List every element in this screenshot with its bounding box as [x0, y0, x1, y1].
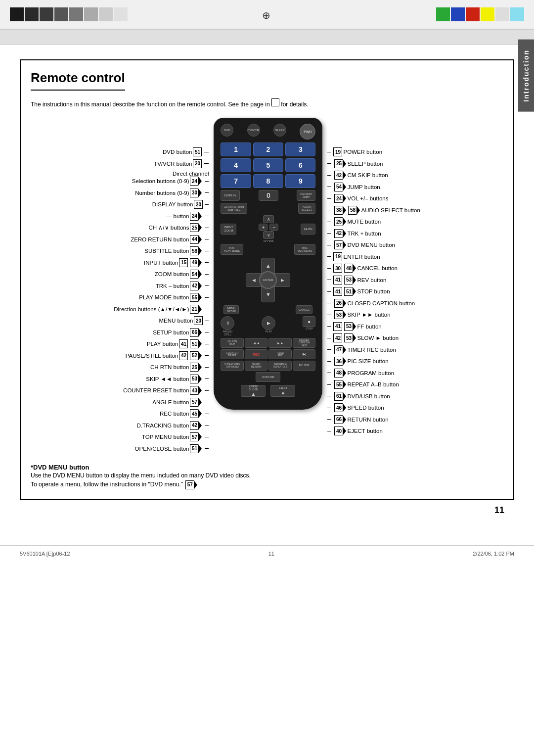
eject-button[interactable]: EJECT ▲	[270, 385, 295, 397]
color-block-green	[436, 7, 450, 21]
label-direction-buttons: Direction buttons (▲/▼/◄/►) 21	[114, 305, 209, 314]
menu-setup-button[interactable]: MENUSETUP	[223, 305, 238, 314]
label-ch-rtn: CH RTN button 25	[114, 363, 209, 372]
closed-caption-skip-button[interactable]: CLOSEDCAPTIONSKIP	[293, 338, 316, 348]
dvd-usb-button[interactable]: DVD/USB	[256, 372, 280, 382]
label-repeat-ab: 55 REPEAT A–B button	[327, 380, 420, 389]
num-1-button[interactable]: 1	[221, 142, 251, 156]
trk-plus-button[interactable]: TRK+DVD MENU	[294, 244, 315, 255]
d-tracking-button[interactable]: D.TRACKINGTOP MENU	[221, 361, 244, 371]
dvd-note-text: Use the DVD MENU button to display the m…	[31, 471, 503, 489]
label-display-button: DISPLAY button 20	[114, 200, 209, 209]
label-tvcr-button: TV/VCR button 20	[114, 159, 209, 168]
label-menu: MENU button 20	[114, 316, 209, 325]
left-labels: DVD button 51 TV/VCR button 20 Direct ch…	[114, 118, 214, 456]
dvd-button[interactable]: DVD	[221, 124, 233, 137]
input-button[interactable]: INPUTZOOM	[221, 224, 236, 235]
label-timer-rec: 47 TIMER REC button	[327, 345, 420, 354]
label-trk-minus: TRK – button 42	[114, 282, 209, 290]
number-grid: 1 2 3 4 5 6 7 8 9	[219, 142, 317, 188]
num-8-button[interactable]: 8	[253, 174, 283, 188]
slow-button[interactable]: ▶|	[293, 349, 316, 359]
label-play: PLAY button 41 51	[114, 339, 209, 348]
num-2-button[interactable]: 2	[253, 142, 283, 156]
dvd-note: *DVD MENU button Use the DVD MENU button…	[31, 464, 503, 489]
footer-center: 11	[268, 551, 274, 557]
color-block-gray5	[114, 7, 128, 21]
play-button[interactable]: ▶	[262, 316, 275, 330]
dvd-usb-row: DVD/USB	[219, 372, 317, 382]
num-5-button[interactable]: 5	[253, 158, 283, 172]
rec-button[interactable]: REC	[245, 349, 268, 359]
zero-return-button[interactable]: ZERO RETURNSUBTITLE	[221, 203, 247, 214]
program-repeat-button[interactable]: PROGRAMREPEAT A-B	[268, 361, 292, 371]
num-3-button[interactable]: 3	[285, 142, 315, 156]
crosshair-icon: ⊕	[262, 9, 272, 19]
color-block-gray2	[69, 7, 83, 21]
label-trk-plus: 42 TRK + button	[327, 229, 420, 238]
label-sleep-button: 25 SLEEP button	[327, 159, 420, 168]
speed-return-button[interactable]: SPEEDRETURN	[245, 361, 268, 371]
label-top-menu: TOP MENU button 57	[114, 432, 209, 441]
transport-row: CH RTNSKIP ◄◄ ►► CLOSEDCAPTIONSKIP	[219, 338, 317, 348]
label-skip-back: SKIP ◄◄ button 53	[114, 375, 209, 383]
cancel-button[interactable]: CANCEL	[296, 305, 312, 314]
vol-row: + −	[259, 224, 278, 231]
stop-button[interactable]: ■	[303, 316, 315, 327]
label-play-mode: PLAY MODE button 55	[114, 293, 209, 302]
cm-skip-jump-button[interactable]: CM SKIP/JUMP	[297, 190, 315, 201]
remote-body: DVD TV/VCR SLEEP PWR 1 2 3 4 5 6 7	[214, 118, 322, 410]
label-setup: SETUP button 66	[114, 328, 209, 337]
label-audio-select: 38 58 AUDIO SELECT button	[327, 206, 420, 215]
play-label: PLAY	[266, 330, 272, 333]
sleep-button[interactable]: SLEEP	[273, 124, 286, 137]
ff-button[interactable]: ►►	[268, 338, 292, 348]
pic-size-button[interactable]: PIC SIZE	[293, 361, 316, 371]
timer-rec-button[interactable]: TIMERREC	[268, 349, 292, 359]
vol-plus-button[interactable]: +	[259, 224, 267, 231]
audio-select-button[interactable]: AUDIOSELECT	[298, 203, 315, 214]
label-dvd-menu: 57 DVD MENU button	[327, 240, 420, 249]
ch-up-button[interactable]: ∧	[263, 215, 274, 223]
play-col: ▶ PLAY	[262, 316, 275, 336]
label-number-buttons: Number buttons (0-9) 30	[114, 189, 209, 197]
open-close-button[interactable]: OPEN/CLOSE ▲	[241, 385, 266, 397]
num-9-button[interactable]: 9	[285, 174, 315, 188]
pause-col: ⏸ PAUSE/STILL	[221, 316, 234, 336]
power-button[interactable]: PWR	[300, 124, 315, 140]
label-direct-channel: Direct channel	[114, 171, 209, 177]
label-eject: 40 EJECT button	[327, 426, 420, 435]
label-d-tracking: D.TRACKING button 42	[114, 421, 209, 430]
num-6-button[interactable]: 6	[285, 158, 315, 172]
enter-button[interactable]: ENTER	[259, 271, 277, 289]
color-block-black2	[25, 7, 39, 21]
label-ch-buttons: CH ∧/∨ buttons 25	[114, 223, 209, 232]
label-power-button: 19 POWER button	[327, 147, 420, 156]
num-7-button[interactable]: 7	[221, 174, 251, 188]
eject-row: OPEN/CLOSE ▲ EJECT ▲	[219, 385, 317, 397]
color-block-red	[466, 7, 480, 21]
rev-button[interactable]: ◄◄	[245, 338, 268, 348]
trk-minus-button[interactable]: TRK-PLAY MODE	[221, 244, 243, 255]
label-return: 66 RETURN button	[327, 415, 420, 424]
second-bar	[0, 30, 534, 45]
counter-row: COUNTERRESET REC TIMERREC ▶|	[219, 349, 317, 359]
tvcr-button[interactable]: TV/VCR	[247, 124, 260, 137]
color-block-black1	[10, 7, 24, 21]
num-0-button[interactable]: 0	[259, 190, 278, 201]
vol-minus-button[interactable]: −	[269, 224, 278, 231]
mute-button[interactable]: MUTE	[301, 224, 315, 235]
label-mute: 25 MUTE button	[327, 217, 420, 226]
input-zoom-col: INPUTZOOM	[221, 224, 236, 235]
label-speed: 46 SPEED button	[327, 403, 420, 412]
color-block-gray1	[54, 7, 68, 21]
pause-still-button[interactable]: ⏸	[221, 316, 234, 330]
ch-rtn-button[interactable]: CH RTNSKIP	[221, 338, 244, 348]
ch-down-button[interactable]: ∨	[263, 231, 274, 239]
display-button[interactable]: DISPLAY	[221, 190, 240, 201]
num-4-button[interactable]: 4	[221, 158, 251, 172]
counter-reset-button[interactable]: COUNTERRESET	[221, 349, 244, 359]
label-input: INPUT button 15 49	[114, 258, 209, 267]
ch-vol-col: ∧ + − ∨ CHVOL	[259, 215, 278, 242]
menu-cancel-row: MENUSETUP CANCEL	[219, 305, 317, 314]
